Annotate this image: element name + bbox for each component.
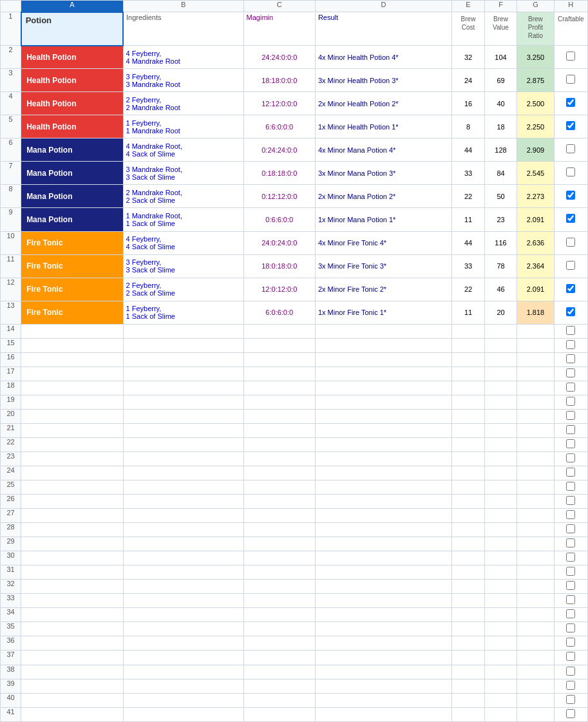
craftable-checkbox-empty[interactable] <box>566 397 575 406</box>
craftable-checkbox-empty[interactable] <box>566 383 575 392</box>
empty-cell <box>315 438 451 452</box>
empty-cell <box>21 537 123 551</box>
craftable-empty-34[interactable] <box>554 608 587 622</box>
craftable-empty-32[interactable] <box>554 580 587 594</box>
brew-value-10: 46 <box>484 278 517 301</box>
craftable-empty-35[interactable] <box>554 622 587 636</box>
craftable-empty-18[interactable] <box>554 381 587 395</box>
craftable-empty-40[interactable] <box>554 693 587 707</box>
craftable-checkbox-empty[interactable] <box>566 638 575 647</box>
col-header-d[interactable]: D <box>315 1 451 12</box>
craftable-0[interactable] <box>554 46 587 69</box>
brew-cost-11: 11 <box>452 301 485 324</box>
craftable-checkbox-empty[interactable] <box>566 368 575 377</box>
craftable-empty-20[interactable] <box>554 409 587 423</box>
craftable-10[interactable] <box>554 278 587 301</box>
craftable-checkbox[interactable] <box>566 121 575 130</box>
craftable-checkbox-empty[interactable] <box>566 567 575 576</box>
craftable-empty-14[interactable] <box>554 324 587 338</box>
empty-cell <box>123 423 243 437</box>
craftable-checkbox-empty[interactable] <box>566 354 575 363</box>
craftable-checkbox[interactable] <box>566 214 575 223</box>
craftable-empty-26[interactable] <box>554 495 587 509</box>
craftable-checkbox-empty[interactable] <box>566 709 575 718</box>
craftable-empty-33[interactable] <box>554 594 587 608</box>
empty-cell <box>484 509 517 523</box>
craftable-checkbox-empty[interactable] <box>566 524 575 533</box>
craftable-empty-41[interactable] <box>554 707 587 721</box>
craftable-checkbox-empty[interactable] <box>566 553 575 562</box>
craftable-checkbox[interactable] <box>566 144 575 153</box>
col-header-h[interactable]: H <box>554 1 587 12</box>
craftable-empty-21[interactable] <box>554 423 587 437</box>
col-header-b[interactable]: B <box>123 1 243 12</box>
craftable-empty-36[interactable] <box>554 636 587 651</box>
craftable-5[interactable] <box>554 162 587 185</box>
craftable-3[interactable] <box>554 115 587 138</box>
craftable-checkbox-empty[interactable] <box>566 609 575 618</box>
craftable-11[interactable] <box>554 301 587 324</box>
craftable-1[interactable] <box>554 69 587 92</box>
craftable-checkbox-empty[interactable] <box>566 538 575 547</box>
empty-cell <box>517 594 554 608</box>
craftable-checkbox-empty[interactable] <box>566 595 575 604</box>
craftable-empty-22[interactable] <box>554 438 587 452</box>
craftable-6[interactable] <box>554 185 587 208</box>
craftable-empty-25[interactable] <box>554 480 587 495</box>
craftable-checkbox[interactable] <box>566 307 575 316</box>
craftable-checkbox-empty[interactable] <box>566 326 575 335</box>
craftable-empty-17[interactable] <box>554 366 587 381</box>
craftable-empty-28[interactable] <box>554 523 587 537</box>
craftable-checkbox-empty[interactable] <box>566 695 575 704</box>
craftable-empty-39[interactable] <box>554 679 587 693</box>
craftable-empty-19[interactable] <box>554 395 587 409</box>
craftable-empty-27[interactable] <box>554 509 587 523</box>
craftable-9[interactable] <box>554 254 587 278</box>
craftable-checkbox-empty[interactable] <box>566 581 575 590</box>
col-header-a[interactable]: A <box>21 1 123 12</box>
craftable-checkbox[interactable] <box>566 52 575 61</box>
craftable-empty-15[interactable] <box>554 338 587 352</box>
craftable-2[interactable] <box>554 92 587 115</box>
craftable-checkbox-empty[interactable] <box>566 667 575 676</box>
craftable-checkbox-empty[interactable] <box>566 681 575 690</box>
craftable-empty-38[interactable] <box>554 665 587 679</box>
craftable-checkbox[interactable] <box>566 75 575 84</box>
craftable-checkbox-empty[interactable] <box>566 340 575 349</box>
col-header-g[interactable]: G <box>517 1 554 12</box>
craftable-checkbox[interactable] <box>566 261 575 270</box>
empty-cell <box>517 381 554 395</box>
craftable-checkbox[interactable] <box>566 98 575 107</box>
craftable-empty-16[interactable] <box>554 352 587 366</box>
craftable-checkbox[interactable] <box>566 284 575 293</box>
empty-cell <box>517 693 554 707</box>
empty-row: 28 <box>1 523 588 537</box>
col-header-c[interactable]: C <box>243 1 315 12</box>
craftable-empty-37[interactable] <box>554 651 587 665</box>
craftable-8[interactable] <box>554 231 587 254</box>
craftable-empty-29[interactable] <box>554 537 587 551</box>
craftable-checkbox-empty[interactable] <box>566 623 575 632</box>
craftable-checkbox-empty[interactable] <box>566 652 575 661</box>
craftable-checkbox[interactable] <box>566 191 575 200</box>
craftable-checkbox[interactable] <box>566 238 575 247</box>
craftable-empty-30[interactable] <box>554 551 587 565</box>
empty-cell <box>517 665 554 679</box>
craftable-checkbox-empty[interactable] <box>566 439 575 448</box>
craftable-7[interactable] <box>554 208 587 231</box>
craftable-checkbox[interactable] <box>566 167 575 176</box>
craftable-checkbox-empty[interactable] <box>566 482 575 491</box>
col-header-f[interactable]: F <box>484 1 517 12</box>
craftable-checkbox-empty[interactable] <box>566 468 575 477</box>
craftable-empty-24[interactable] <box>554 466 587 480</box>
craftable-empty-23[interactable] <box>554 452 587 466</box>
craftable-checkbox-empty[interactable] <box>566 496 575 505</box>
craftable-checkbox-empty[interactable] <box>566 453 575 462</box>
empty-cell <box>21 423 123 437</box>
craftable-checkbox-empty[interactable] <box>566 425 575 434</box>
col-header-e[interactable]: E <box>452 1 485 12</box>
craftable-checkbox-empty[interactable] <box>566 510 575 519</box>
craftable-empty-31[interactable] <box>554 565 587 580</box>
craftable-checkbox-empty[interactable] <box>566 411 575 420</box>
craftable-4[interactable] <box>554 138 587 162</box>
